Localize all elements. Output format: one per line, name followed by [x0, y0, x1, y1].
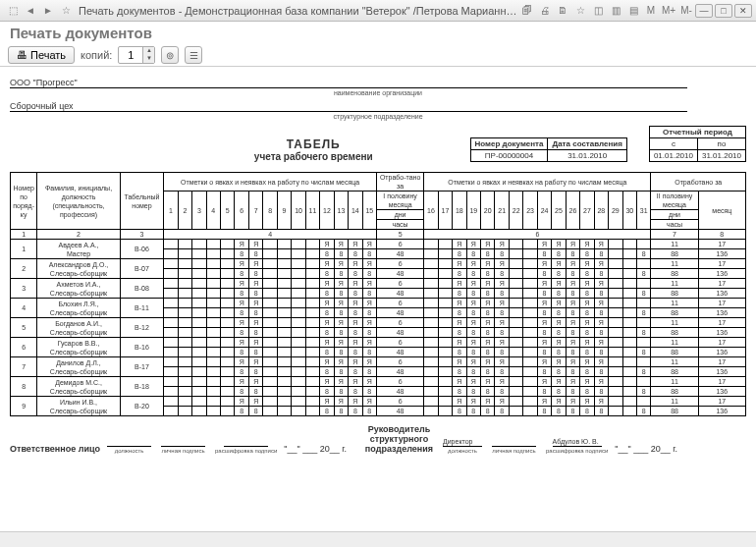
sig-line [224, 437, 268, 447]
sig-cap: расшифровка подписи [215, 448, 277, 454]
meta-docno: ПР-00000004 [470, 150, 548, 162]
window-titlebar: ⬚ ◄ ► ☆ Печать документов - Демонстрацио… [0, 0, 756, 22]
toolbar-icon[interactable]: ▤ [626, 4, 640, 18]
back-icon[interactable]: ◄ [24, 4, 37, 18]
spinner-up-icon[interactable]: ▲ [142, 47, 154, 55]
meta-docno-label: Номер документа [470, 138, 548, 150]
table-row: 9Ильин И.В.,Слесарь-сборщикB-20ЯЯЯЯЯЯ6ЯЯ… [11, 397, 746, 407]
copies-spinner[interactable]: ▲ ▼ [118, 46, 155, 64]
toolbar-icon[interactable]: ▥ [609, 4, 622, 18]
preview-button[interactable]: ⊚ [161, 46, 179, 64]
status-bar [0, 531, 756, 547]
settings-button[interactable]: ☰ [185, 46, 202, 64]
sig-line: Абдулов Ю. В. [553, 437, 602, 447]
meta-date-label: Дата составления [548, 138, 626, 150]
document-sheet[interactable]: ООО "Прогресс" наименование организации … [0, 67, 756, 531]
table-row: 5Богданов А.И.,Слесарь-сборщикB-12ЯЯЯЯЯЯ… [11, 318, 746, 328]
toolbar-icon[interactable]: ☆ [573, 4, 587, 18]
copies-input[interactable] [119, 49, 142, 61]
toolbar-icon[interactable]: 🖨 [538, 4, 552, 18]
window-title: Печать документов - Демонстрационная баз… [79, 5, 518, 17]
period-label: Отчетный период [649, 127, 745, 138]
printer-icon: 🖶 [17, 49, 27, 61]
footer: Ответственное лицо должность личная подп… [10, 424, 746, 454]
print-button[interactable]: 🖶 Печать [8, 46, 75, 64]
print-label: Печать [30, 49, 66, 61]
unit-caption: структурное подразделение [10, 113, 746, 120]
close-button[interactable]: ✕ [734, 4, 752, 18]
table-row: 7Данилов Д.Л.,Слесарь-сборщикB-17ЯЯЯЯЯЯ6… [11, 357, 746, 367]
sig-line [107, 437, 151, 447]
sig-line [161, 437, 205, 447]
toolbar-text[interactable]: M+ [662, 4, 675, 18]
head-label: Руководитель структурного подразделения [362, 424, 436, 454]
toolbar-icon[interactable]: 🗎 [556, 4, 569, 18]
minimize-button[interactable]: — [695, 4, 713, 18]
forward-icon[interactable]: ► [41, 4, 55, 18]
toolbar-icon[interactable]: ◫ [591, 4, 605, 18]
from-label: с [649, 138, 697, 150]
toolbar: 🖶 Печать копий: ▲ ▼ ⊚ ☰ [0, 44, 756, 67]
unit-name: Сборочный цех [10, 101, 687, 112]
page-title: Печать документов [0, 22, 756, 44]
copies-label: копий: [81, 49, 112, 61]
sig-cap: должность [448, 448, 477, 454]
doc-subtitle: учета рабочего времени [163, 151, 464, 162]
table-row: 3Ахметов И.А.,Слесарь-сборщикB-08ЯЯЯЯЯЯ6… [11, 279, 746, 289]
toolbar-text[interactable]: M [644, 4, 658, 18]
table-row: 2Александров Д.О.,Слесарь-сборщикB-07ЯЯЯ… [11, 259, 746, 269]
app-icon: ⬚ [6, 4, 20, 18]
period-from: 01.01.2010 [649, 150, 697, 162]
org-name: ООО "Прогресс" [10, 78, 687, 88]
resp-label: Ответственное лицо [10, 444, 100, 454]
table-row: 6Гусаров В.В.,Слесарь-сборщикB-16ЯЯЯЯЯЯ6… [11, 338, 746, 348]
toolbar-icon[interactable]: 🗐 [520, 4, 534, 18]
sig-line [492, 437, 536, 447]
table-row: 4Блохин Л.Я.,Слесарь-сборщикB-11ЯЯЯЯЯЯ6Я… [11, 299, 746, 308]
sig-cap: личная подпись [492, 448, 535, 454]
doc-title: ТАБЕЛЬ [163, 137, 464, 151]
table-row: 1Авдеев А.А.,МастерB-06ЯЯЯЯЯЯ6ЯЯЯЯЯЯЯЯЯ1… [11, 240, 746, 249]
table-row: 8Демидов М.С.,Слесарь-сборщикB-18ЯЯЯЯЯЯ6… [11, 377, 746, 387]
toolbar-text[interactable]: M- [679, 4, 693, 18]
sig-cap: личная подпись [161, 448, 204, 454]
timesheet-grid: Номер по поряд-куФамилия, инициалы, долж… [10, 172, 746, 416]
spinner-down-icon[interactable]: ▼ [142, 55, 154, 63]
period-table: Отчетный период спо 01.01.201031.01.2010 [649, 126, 746, 162]
meta-table: Номер документаДата составления ПР-00000… [470, 137, 627, 162]
sig-line: Директор [443, 437, 482, 447]
org-caption: наименование организации [10, 89, 746, 96]
maximize-button[interactable]: □ [715, 4, 732, 18]
favorite-icon[interactable]: ☆ [59, 4, 73, 18]
meta-date: 31.01.2010 [548, 150, 626, 162]
sig-cap: должность [115, 448, 144, 454]
period-to: 31.01.2010 [697, 150, 745, 162]
sig-cap: расшифровка подписи [546, 448, 608, 454]
to-label: по [697, 138, 745, 150]
